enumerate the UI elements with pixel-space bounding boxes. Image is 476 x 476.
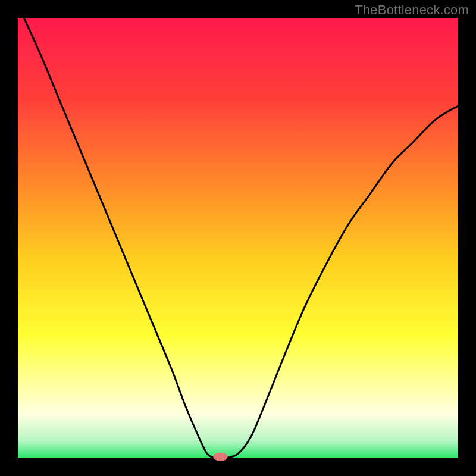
chart-svg	[0, 0, 476, 476]
watermark-text: TheBottleneck.com	[355, 2, 469, 18]
chart-frame: TheBottleneck.com	[0, 0, 476, 476]
plot-background	[18, 18, 458, 458]
min-marker	[213, 453, 227, 461]
